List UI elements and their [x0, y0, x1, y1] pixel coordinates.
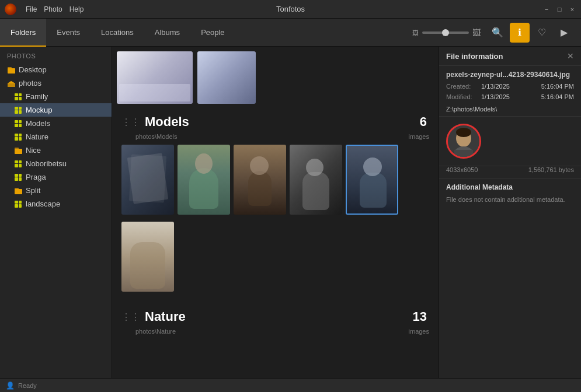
svg-marker-3 [8, 81, 15, 83]
app-logo [5, 4, 16, 15]
zoom-slider-container: 🖼 🖼 [412, 28, 481, 37]
svg-rect-1 [8, 67, 12, 69]
sidebar-label-models: Models [26, 119, 50, 128]
app-title: Tonfotos [276, 5, 305, 13]
sidebar-item-nature[interactable]: Nature [0, 130, 112, 144]
landscape-grid-icon [14, 200, 22, 208]
menu-help[interactable]: Help [69, 5, 84, 13]
svg-rect-12 [454, 150, 473, 157]
top-thumbnails-strip [117, 51, 434, 104]
sidebar-label-mockup: Mockup [26, 106, 53, 114]
file-size: 1,560,761 bytes [528, 166, 574, 173]
info-panel-title: File information [446, 52, 503, 61]
models-grid-icon [14, 120, 22, 128]
svg-rect-5 [15, 148, 19, 150]
models-extra-grid [117, 219, 434, 296]
statusbar: 👤 Ready [0, 378, 581, 392]
sidebar-item-split[interactable]: Split [0, 184, 112, 197]
navbar-right: 🖼 🖼 🔍 ℹ ♡ ▶ [412, 23, 581, 43]
tab-locations[interactable]: Locations [91, 19, 144, 47]
tab-albums[interactable]: Albums [144, 19, 190, 47]
tab-people[interactable]: People [190, 19, 235, 47]
titlebar-left: File Photo Help [5, 4, 84, 15]
titlebar-controls: − □ × [542, 5, 576, 13]
close-button[interactable]: × [568, 5, 576, 13]
created-time: 5:16:04 PM [541, 83, 574, 90]
section-nature-count-label: images [409, 328, 429, 335]
modified-row: Modified: 1/13/2025 5:16:04 PM [439, 92, 581, 102]
created-date: 1/13/2025 [481, 83, 538, 90]
maximize-button[interactable]: □ [555, 5, 563, 13]
section-nature-count: 13 [413, 309, 427, 324]
sidebar-item-mockup[interactable]: Mockup [0, 103, 112, 117]
zoom-slider[interactable] [422, 32, 469, 34]
zoom-small-icon: 🖼 [412, 29, 419, 36]
sidebar-item-landscape[interactable]: landscape [0, 197, 112, 211]
slideshow-button[interactable]: ▶ [554, 23, 574, 43]
sidebar-item-desktop[interactable]: Desktop [0, 63, 112, 76]
drag-handle-icon: ⋮⋮ [121, 117, 140, 128]
menu-photo[interactable]: Photo [44, 5, 62, 13]
drag-handle-icon: ⋮⋮ [121, 312, 140, 323]
sidebar-label-noboribetsu: Noboribetsu [26, 159, 67, 168]
section-models-count: 6 [420, 114, 427, 130]
top-thumbnail[interactable] [197, 51, 256, 104]
created-row: Created: 1/13/2025 5:16:04 PM [439, 81, 581, 92]
section-nature-header[interactable]: ⋮⋮ Nature 13 [117, 306, 434, 328]
svg-point-11 [456, 128, 471, 137]
info-button[interactable]: ℹ [510, 23, 530, 43]
photo-thumb[interactable] [290, 145, 342, 215]
photo-thumb-selected[interactable] [346, 145, 398, 215]
titlebar-menus: File Photo Help [26, 5, 84, 13]
praga-grid-icon [14, 173, 22, 181]
sidebar-label-nice: Nice [26, 146, 41, 155]
photo-thumb[interactable] [234, 145, 286, 215]
file-path: Z:\photos\Models\ [439, 102, 581, 117]
additional-metadata-text: File does not contain additional metadat… [439, 194, 581, 208]
svg-rect-7 [15, 188, 19, 190]
desktop-folder-icon [7, 66, 15, 74]
sidebar-label-landscape: landscape [26, 200, 60, 208]
split-folder-icon [14, 187, 22, 195]
section-nature-title: Nature [145, 309, 413, 324]
photo-thumb[interactable] [178, 145, 230, 215]
sidebar-item-nice[interactable]: Nice [0, 144, 112, 157]
minimize-button[interactable]: − [542, 5, 551, 13]
sidebar-label-nature: Nature [26, 132, 48, 141]
info-panel-close-button[interactable]: ✕ [567, 51, 574, 61]
photo-thumb[interactable] [121, 222, 174, 292]
sidebar-header: Photos [0, 47, 112, 63]
sidebar-item-family[interactable]: Family [0, 90, 112, 103]
status-user-icon: 👤 [6, 382, 15, 390]
menu-file[interactable]: File [26, 5, 37, 13]
sidebar-item-praga[interactable]: Praga [0, 170, 112, 184]
top-thumbnail[interactable] [117, 51, 193, 104]
sidebar-item-models[interactable]: Models [0, 117, 112, 130]
search-button[interactable]: 🔍 [488, 23, 507, 43]
tab-folders[interactable]: Folders [0, 19, 46, 47]
navbar: Folders Events Locations Albums People 🖼… [0, 19, 581, 47]
favorites-button[interactable]: ♡ [532, 23, 552, 43]
section-models-title: Models [145, 114, 420, 130]
info-panel: File information ✕ pexels-zeynep-ul...42… [439, 47, 581, 392]
photo-thumb[interactable] [121, 145, 174, 215]
zoom-large-icon: 🖼 [472, 28, 481, 37]
sidebar-item-photos[interactable]: photos [0, 76, 112, 90]
modified-date: 1/13/2025 [481, 93, 538, 100]
section-nature: ⋮⋮ Nature 13 photos\Nature images [117, 306, 434, 337]
modified-label: Modified: [446, 93, 481, 100]
created-label: Created: [446, 83, 481, 90]
nature-grid-icon [14, 133, 22, 141]
family-grid-icon [14, 93, 22, 101]
info-panel-header: File information ✕ [439, 47, 581, 66]
main: Photos Desktop photos Family Mockup [0, 47, 581, 392]
sidebar-item-noboribetsu[interactable]: Noboribetsu [0, 157, 112, 170]
status-text: Ready [18, 382, 37, 389]
file-name: pexels-zeynep-ul...4218-29340614.jpg [439, 66, 581, 81]
tab-events[interactable]: Events [46, 19, 91, 47]
section-models: ⋮⋮ Models 6 photos\Models images [117, 111, 434, 296]
models-photo-grid [117, 142, 434, 219]
sidebar-label-praga: Praga [26, 173, 46, 181]
section-models-header[interactable]: ⋮⋮ Models 6 [117, 111, 434, 133]
photos-folder-icon [7, 79, 15, 88]
